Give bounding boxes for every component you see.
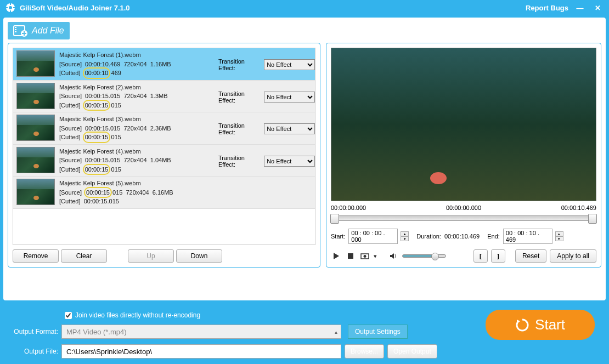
trim-end-handle[interactable] [588, 214, 597, 224]
duration-value: 00:00:10.469 [444, 233, 480, 240]
svg-rect-8 [15, 29, 16, 30]
svg-rect-7 [15, 27, 16, 28]
transition-label: Transition Effect: [218, 90, 262, 104]
svg-rect-9 [15, 31, 16, 32]
time-end: 00:00:10.469 [561, 204, 596, 211]
add-file-button[interactable]: Add File [8, 22, 70, 39]
app-icon [5, 3, 15, 13]
transition-select[interactable]: No Effect [264, 59, 315, 70]
direct-join-checkbox[interactable] [65, 312, 72, 319]
mark-out-button[interactable]: ] [491, 249, 505, 263]
volume-slider[interactable] [402, 254, 446, 258]
refresh-icon [515, 318, 529, 332]
transition-select[interactable]: No Effect [264, 156, 315, 167]
svg-marker-18 [517, 320, 520, 323]
time-current: 00:00:00.000 [446, 204, 481, 211]
window-title: GiliSoft Video/Audio Joiner 7.1.0 [20, 4, 130, 12]
titlebar: GiliSoft Video/Audio Joiner 7.1.0 Report… [0, 0, 609, 15]
svg-rect-14 [348, 253, 353, 259]
seek-slider[interactable] [331, 215, 596, 221]
file-thumbnail [16, 83, 55, 109]
file-row[interactable]: Majestic Kelp Forest (3).webm [Source] 0… [13, 112, 315, 145]
file-row[interactable]: Majestic Kelp Forest (5).webm [Source] 0… [13, 177, 315, 209]
start-button[interactable]: Start [486, 310, 595, 340]
svg-point-1 [9, 6, 12, 9]
preview-pane: 00:00:00.000 00:00:00.000 00:00:10.469 S… [326, 43, 601, 268]
start-spinner[interactable]: ▴▾ [401, 231, 409, 241]
output-file-label: Output File: [8, 348, 58, 355]
start-label: Start [535, 316, 565, 333]
down-button[interactable]: Down [176, 249, 222, 263]
output-format-label: Output Format: [8, 328, 58, 335]
report-bugs-link[interactable]: Report Bugs [526, 4, 568, 12]
volume-icon[interactable] [388, 251, 399, 261]
end-spinner[interactable]: ▴▾ [555, 231, 563, 241]
file-list-pane: Majestic Kelp Forest (1).webm [Source] 0… [8, 43, 320, 268]
output-path-input[interactable] [61, 344, 341, 359]
file-cutted-line: [Cutted] 00:00:15.015 [59, 197, 312, 206]
remove-button[interactable]: Remove [13, 249, 59, 263]
file-row[interactable]: Majestic Kelp Forest (2).webm [Source] 0… [13, 81, 315, 113]
start-time-input[interactable]: 00 : 00 : 00 . 000 [348, 229, 398, 244]
svg-marker-13 [334, 253, 339, 259]
end-time-input[interactable]: 00 : 00 : 10 . 469 [503, 229, 552, 244]
file-source-line: [Source] 00:00:15 015 720x404 6.16MB [59, 188, 312, 197]
up-button[interactable]: Up [128, 249, 174, 263]
transition-label: Transition Effect: [218, 122, 262, 135]
snapshot-button[interactable] [359, 251, 370, 261]
duration-label: Duration: [416, 233, 441, 240]
direct-join-label: Join video files directly without re-enc… [75, 311, 200, 319]
file-row[interactable]: Majestic Kelp Forest (1).webm [Source] 0… [13, 48, 315, 81]
transition-select[interactable]: No Effect [264, 92, 315, 103]
svg-point-16 [364, 255, 366, 258]
end-label: End: [487, 233, 500, 240]
output-format-select[interactable]: MP4 Video (*.mp4) [61, 325, 341, 339]
play-button[interactable] [331, 251, 342, 261]
main-panel: Add File Majestic Kelp Forest (1).webm [… [3, 18, 606, 300]
file-row[interactable]: Majestic Kelp Forest (4).webm [Source] 0… [13, 145, 315, 177]
close-button[interactable]: ✕ [591, 2, 604, 14]
video-preview[interactable] [331, 48, 596, 201]
file-thumbnail [16, 147, 55, 173]
mark-in-button[interactable]: [ [473, 249, 488, 263]
add-file-label: Add File [32, 26, 64, 36]
start-label: Start: [331, 233, 345, 240]
clear-button[interactable]: Clear [61, 249, 107, 263]
output-settings-button[interactable]: Output Settings [348, 325, 408, 339]
minimize-button[interactable]: — [574, 2, 586, 14]
trim-start-handle[interactable] [330, 214, 339, 224]
transition-label: Transition Effect: [218, 155, 262, 168]
open-output-button[interactable]: Open Output [387, 344, 437, 359]
apply-all-button[interactable]: Apply to all [550, 249, 596, 263]
transition-label: Transition Effect: [218, 58, 262, 71]
browse-button[interactable]: Browse... [345, 344, 384, 359]
file-thumbnail [16, 115, 55, 141]
stop-button[interactable] [345, 251, 356, 261]
file-thumbnail [16, 50, 55, 77]
add-file-icon [13, 24, 29, 37]
file-list[interactable]: Majestic Kelp Forest (1).webm [Source] 0… [13, 48, 315, 245]
file-thumbnail [16, 179, 55, 205]
reset-button[interactable]: Reset [515, 249, 546, 263]
svg-marker-17 [390, 253, 394, 259]
time-start: 00:00:00.000 [331, 204, 366, 211]
transition-select[interactable]: No Effect [264, 123, 315, 134]
